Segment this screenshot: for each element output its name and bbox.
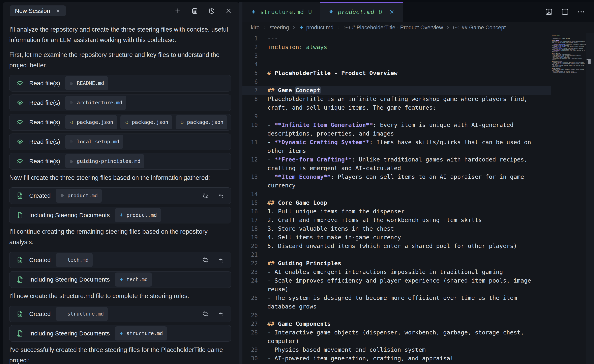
breadcrumb-label: # PlaceholderTitle - Product Overview [352, 25, 443, 31]
file-chip[interactable]: structure.md [115, 326, 167, 340]
editor-actions [545, 2, 594, 22]
breadcrumb-item[interactable]: .kiro [249, 25, 260, 31]
file-chip[interactable]: product.md [115, 208, 161, 222]
tool-card[interactable]: Including Steering Documentsstructure.md [9, 325, 231, 342]
code-area[interactable]: 1---2inclusion: always3---45# Placeholde… [243, 34, 551, 363]
tool-card[interactable]: Read file(s)guiding-principles.md [9, 153, 231, 169]
file-chip[interactable]: README.md [65, 76, 108, 90]
diff-icon[interactable] [202, 257, 209, 263]
editor-tab-product.md[interactable]: product.mdU [320, 2, 403, 22]
file-chip[interactable]: local-setup.md [65, 135, 123, 149]
session-close-icon[interactable] [55, 8, 61, 13]
code-text: ## Game Concept [267, 86, 542, 95]
code-text [267, 250, 542, 259]
code-line: 8PlaceholderTitle is an infinite craftin… [243, 95, 551, 112]
breadcrumb-item[interactable]: product.md [299, 25, 333, 31]
line-number: 6 [243, 78, 267, 86]
eye-icon [16, 99, 24, 107]
code-line: 172. Craft and improve items at the work… [243, 216, 551, 224]
file-chip-label: package.json [187, 117, 223, 128]
file-chip[interactable]: {}package.json [176, 115, 228, 129]
file-chips: tech.md [115, 273, 152, 286]
breadcrumb-item[interactable]: abc# PlaceholderTitle - Product Overview [344, 24, 443, 31]
more-actions-icon[interactable] [577, 8, 585, 16]
tool-card[interactable]: Createdstructure.md [9, 306, 231, 322]
diff-icon[interactable] [202, 192, 209, 199]
minimap[interactable]: ---inclusion: always---# PlaceholderTitl… [552, 34, 586, 73]
tool-card-label: Including Steering Documents [29, 210, 110, 221]
editor-body[interactable]: 1---2inclusion: always3---45# Placeholde… [243, 33, 594, 364]
code-line: 5# PlaceholderTitle - Product Overview [243, 69, 551, 78]
code-line: 14 [243, 190, 551, 198]
undo-icon[interactable] [218, 192, 224, 199]
line-number: 5 [243, 69, 267, 78]
split-editor-icon[interactable] [561, 8, 569, 16]
file-chip-label: tech.md [68, 255, 89, 265]
tool-card[interactable]: Createdtech.md [9, 252, 231, 268]
code-token: --- [267, 35, 278, 42]
tool-card[interactable]: Createdproduct.md [9, 188, 231, 204]
tool-card[interactable]: Including Steering Documentsproduct.md [9, 207, 231, 223]
code-text: 3. Store valuable items in the chest [267, 224, 542, 233]
file-code-icon [16, 256, 24, 264]
tool-card[interactable]: Read file(s)architecture.md [9, 95, 231, 111]
tool-card[interactable]: Including Steering Documentstech.md [9, 271, 231, 288]
tool-card[interactable]: Read file(s)README.md [9, 75, 231, 91]
markdown-arrow-icon [299, 25, 304, 30]
file-lines-icon [60, 258, 65, 262]
line-number: 27 [243, 319, 267, 328]
task-list-icon[interactable] [191, 7, 199, 15]
app-window: New Session I'll analyze the repository … [0, 0, 594, 364]
breadcrumb-item[interactable]: steering [270, 25, 289, 31]
breadcrumb-item[interactable]: abc## Game Concept [453, 24, 506, 31]
open-preview-icon[interactable] [545, 8, 553, 16]
line-number: 3 [243, 52, 267, 60]
undo-icon[interactable] [218, 311, 224, 317]
undo-icon[interactable] [218, 257, 224, 263]
code-line: 25- The system is designed to become mor… [243, 294, 551, 311]
code-token: PlaceholderTitle - Product Overview [274, 70, 398, 76]
code-text [267, 311, 542, 319]
file-chip[interactable]: architecture.md [65, 96, 126, 110]
file-chip[interactable]: structure.md [56, 307, 108, 321]
code-line: 9 [243, 112, 551, 121]
code-token: 2. Craft and improve items at the workbe… [267, 217, 482, 223]
code-line: 205. Discard unwanted items (which enter… [243, 242, 551, 250]
file-chip[interactable]: product.md [56, 189, 102, 203]
file-chip[interactable]: tech.md [56, 253, 93, 267]
panel-resizer[interactable] [239, 2, 243, 364]
code-line: 2inclusion: always [243, 43, 551, 52]
markdown-arrow-icon [119, 213, 124, 218]
tool-card-actions [202, 311, 224, 317]
session-tab[interactable]: New Session [10, 6, 66, 16]
file-chip[interactable]: tech.md [115, 273, 152, 286]
file-chip[interactable]: {}package.json [120, 115, 172, 129]
code-text: - The system is designed to become more … [267, 294, 542, 311]
file-plus-icon [16, 211, 24, 219]
tab-label: structure.md [260, 8, 304, 15]
code-line: 13- **Item Economy**: Players can sell i… [243, 173, 551, 190]
code-line: 194. Sell items to make in-game currency [243, 233, 551, 242]
file-chip[interactable]: {}package.json [65, 115, 117, 129]
minimap-line: - AI-powered item generation, crafting, … [552, 72, 586, 73]
code-line: 24- Scale improves efficiency and player… [243, 276, 551, 294]
history-icon[interactable] [208, 7, 216, 15]
chat-panel: New Session I'll analyze the repository … [3, 2, 239, 364]
diff-icon[interactable] [202, 311, 209, 317]
new-session-icon[interactable] [174, 7, 182, 15]
tool-card[interactable]: Read file(s){}package.json{}package.json… [9, 114, 231, 130]
close-panel-icon[interactable] [225, 7, 232, 15]
file-chip[interactable]: guiding-principles.md [65, 154, 144, 168]
file-chips: product.md [56, 189, 102, 203]
file-chips: local-setup.md [65, 135, 123, 149]
file-code-icon [16, 310, 24, 318]
tool-card[interactable]: Read file(s)local-setup.md [9, 134, 231, 150]
code-token: - [267, 173, 274, 180]
line-number: 15 [243, 198, 267, 207]
code-token: **Free-form Crafting** [274, 156, 352, 163]
tab-close-icon[interactable] [389, 9, 395, 15]
file-chip-label: structure.md [127, 328, 163, 339]
tab-label: product.md [338, 8, 374, 15]
eye-icon [16, 157, 24, 165]
editor-tab-structure.md[interactable]: structure.mdU [243, 2, 320, 22]
